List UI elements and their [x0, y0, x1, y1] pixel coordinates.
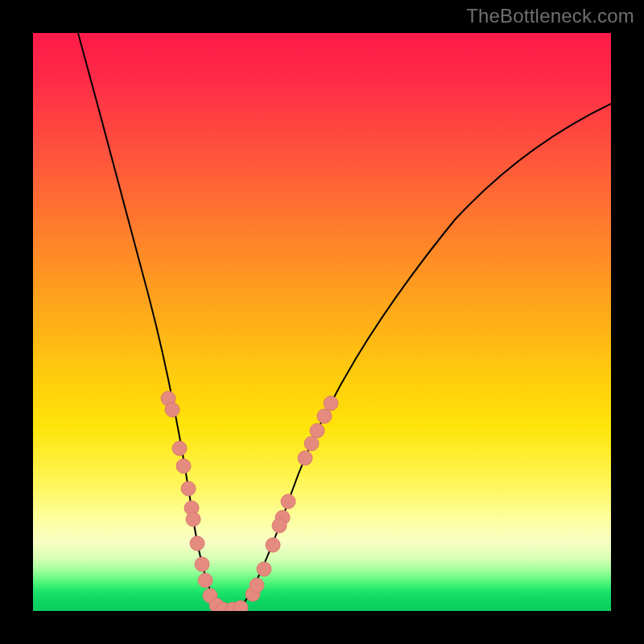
data-marker: [257, 562, 271, 576]
data-marker: [272, 518, 287, 533]
right-branch-path: [238, 104, 611, 609]
data-marker: [176, 459, 191, 473]
watermark-text: TheBottleneck.com: [466, 5, 634, 27]
plot-area: [33, 33, 611, 611]
data-marker: [310, 423, 324, 438]
data-marker: [281, 494, 295, 509]
data-marker: [266, 538, 280, 552]
curve-group: [78, 33, 611, 609]
data-marker: [186, 512, 200, 526]
data-marker: [298, 451, 312, 465]
data-marker: [172, 441, 187, 456]
data-marker: [198, 573, 213, 588]
data-marker: [195, 557, 209, 572]
data-marker: [250, 578, 264, 592]
data-marker: [317, 409, 332, 423]
marker-group: [161, 391, 338, 611]
data-marker: [324, 396, 338, 411]
data-marker: [181, 481, 196, 496]
data-marker: [165, 402, 180, 417]
outer-frame: TheBottleneck.com: [0, 0, 644, 644]
data-marker: [304, 436, 319, 451]
bottleneck-curve-svg: [33, 33, 611, 611]
data-marker: [190, 536, 204, 551]
data-marker: [233, 601, 248, 611]
left-branch-path: [78, 33, 222, 609]
